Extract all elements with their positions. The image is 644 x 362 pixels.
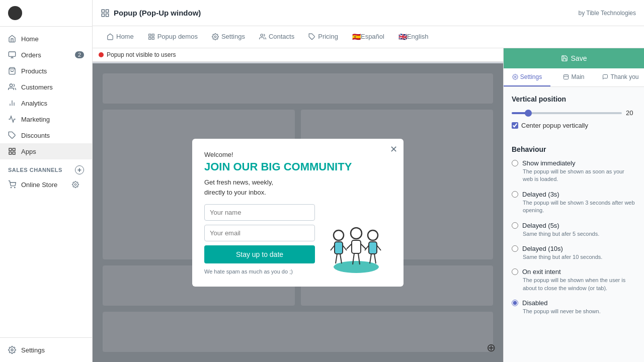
svg-point-11 xyxy=(11,187,11,188)
sidebar-item-products[interactable]: Products xyxy=(0,63,92,79)
radio-show-immediately-label: Show immediately xyxy=(522,159,576,167)
radio-option-on-exit-intent: On exit intent The popup will be shown w… xyxy=(512,268,636,292)
radio-delayed-3s[interactable] xyxy=(512,191,518,198)
slider-thumb[interactable] xyxy=(525,110,532,117)
move-cursor-icon: ⊕ xyxy=(487,341,496,354)
panel-tab-thank-you-label: Thank you xyxy=(610,73,638,80)
sidebar-settings-item[interactable]: Settings xyxy=(8,344,84,356)
radio-label-delayed-3s[interactable]: Delayed (3s) xyxy=(512,191,636,198)
panel-tab-main[interactable]: Main xyxy=(550,68,597,86)
panel-tabs: Settings Main Thank you xyxy=(504,68,644,87)
sidebar: Home Orders 2 Products Customers Analyti… xyxy=(0,0,93,362)
popup-subtext: Get fresh news, weekly, directly to your… xyxy=(204,177,391,197)
sidebar-item-online-store[interactable]: Online Store xyxy=(0,176,92,193)
tab-contacts[interactable]: Contacts xyxy=(253,26,300,48)
sidebar-item-apps[interactable]: Apps xyxy=(0,143,92,159)
sidebar-settings: Settings xyxy=(0,337,92,362)
radio-show-immediately-desc: The popup will be shown as soon as your … xyxy=(512,168,636,184)
sidebar-item-customers[interactable]: Customers xyxy=(0,79,92,95)
sidebar-item-analytics-label: Analytics xyxy=(21,100,47,107)
radio-show-immediately[interactable] xyxy=(512,160,518,166)
radio-disabled[interactable] xyxy=(512,300,518,306)
svg-rect-0 xyxy=(9,52,15,56)
popup-submit-button[interactable]: Stay up to date xyxy=(204,245,315,263)
svg-point-39 xyxy=(368,230,378,240)
svg-rect-46 xyxy=(564,75,569,79)
analytics-icon xyxy=(8,99,16,107)
store-icon xyxy=(8,6,22,20)
radio-delayed-5s[interactable] xyxy=(512,222,518,229)
online-store-settings-icon[interactable] xyxy=(72,181,79,188)
sidebar-item-discounts-label: Discounts xyxy=(21,132,50,139)
online-store-icon xyxy=(8,180,16,189)
svg-point-14 xyxy=(11,349,13,351)
tab-home-label: Home xyxy=(116,33,134,40)
slider-value: 20 xyxy=(626,109,636,117)
radio-on-exit-intent[interactable] xyxy=(512,268,518,275)
svg-point-23 xyxy=(214,36,216,38)
sidebar-item-customers-label: Customers xyxy=(21,83,53,91)
svg-point-27 xyxy=(334,230,344,240)
tab-pricing[interactable]: Pricing xyxy=(302,26,344,48)
customers-icon xyxy=(8,83,16,91)
save-button[interactable]: Save xyxy=(504,48,644,68)
center-popup-checkbox[interactable] xyxy=(512,122,518,129)
sidebar-item-orders[interactable]: Orders 2 xyxy=(0,47,92,63)
popup-close-button[interactable]: ✕ xyxy=(390,144,397,155)
tab-contacts-label: Contacts xyxy=(269,33,294,40)
svg-rect-40 xyxy=(369,242,377,254)
radio-on-exit-intent-label: On exit intent xyxy=(522,268,561,276)
radio-delayed-5s-desc: Same thing but afer 5 seconds. xyxy=(512,230,636,238)
popup-heading: JOIN OUR BIG COMMUNITY xyxy=(204,160,391,173)
radio-delayed-10s[interactable] xyxy=(512,245,518,252)
radio-option-delayed-10s: Delayed (10s) Same thing but afer 10 sec… xyxy=(512,245,636,261)
tab-popup-demos[interactable]: Popup demos xyxy=(142,26,204,48)
popup-overlay: ✕ Welcome! JOIN OUR BIG COMMUNITY Get fr… xyxy=(93,63,503,362)
marketing-icon xyxy=(8,115,16,123)
sidebar-item-marketing[interactable]: Marketing xyxy=(0,111,92,127)
popup-email-input[interactable] xyxy=(204,225,315,241)
sidebar-item-analytics[interactable]: Analytics xyxy=(0,95,92,111)
radio-label-disabled[interactable]: Disabled xyxy=(512,299,636,307)
add-sales-channel-button[interactable]: + xyxy=(75,165,84,174)
behaviour-title: Behaviour xyxy=(512,145,636,153)
radio-label-on-exit-intent[interactable]: On exit intent xyxy=(512,268,636,276)
sidebar-item-marketing-label: Marketing xyxy=(21,116,50,123)
sidebar-item-products-label: Products xyxy=(21,67,47,75)
popup-content: Stay up to date We hate spam as much as … xyxy=(204,204,391,275)
svg-rect-28 xyxy=(335,242,343,254)
radio-label-show-immediately[interactable]: Show immediately xyxy=(512,159,636,167)
panel-window-icon xyxy=(563,74,569,80)
svg-point-24 xyxy=(261,34,263,36)
save-label: Save xyxy=(571,54,587,62)
svg-point-26 xyxy=(334,261,379,273)
orders-icon xyxy=(8,51,16,59)
topbar-title: Popup (Pop-Up window) xyxy=(114,9,201,17)
tab-contacts-icon xyxy=(259,33,266,40)
svg-line-29 xyxy=(331,245,335,250)
discounts-icon xyxy=(8,131,16,139)
popup-name-input[interactable] xyxy=(204,204,315,221)
radio-label-delayed-5s[interactable]: Delayed (5s) xyxy=(512,222,636,229)
center-popup-label: Center popup vertically xyxy=(521,122,588,129)
radio-label-delayed-10s[interactable]: Delayed (10s) xyxy=(512,245,636,252)
sidebar-item-apps-label: Apps xyxy=(21,148,36,155)
tab-tag-icon xyxy=(308,33,315,40)
sidebar-item-discounts[interactable]: Discounts xyxy=(0,127,92,143)
popup-illustration xyxy=(321,204,391,275)
right-panel: Save Settings Main Thank you Vertical po… xyxy=(503,48,644,362)
panel-tab-thank-you[interactable]: Thank you xyxy=(597,68,644,86)
tab-espanol[interactable]: 🇪🇸 Español xyxy=(346,26,390,48)
tab-home[interactable]: Home xyxy=(101,26,140,48)
tab-english[interactable]: 🇬🇧 English xyxy=(392,26,435,48)
popup-spam-text: We hate spam as much as you do ;) xyxy=(204,268,315,275)
svg-line-44 xyxy=(374,254,376,263)
sidebar-nav: Home Orders 2 Products Customers Analyti… xyxy=(0,27,92,337)
sidebar-item-home[interactable]: Home xyxy=(0,31,92,47)
panel-tab-settings[interactable]: Settings xyxy=(504,68,550,86)
content: Popup not visible to users ✕ Welcome! JO… xyxy=(93,48,644,362)
tab-pricing-label: Pricing xyxy=(318,33,338,40)
tab-settings[interactable]: Settings xyxy=(206,26,251,48)
radio-option-show-immediately: Show immediately The popup will be shown… xyxy=(512,159,636,184)
radio-disabled-label: Disabled xyxy=(522,299,548,307)
